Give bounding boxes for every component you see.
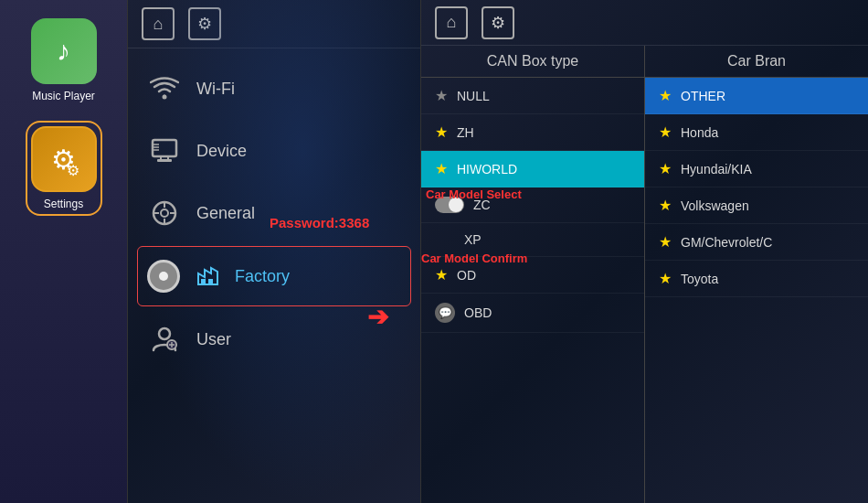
hiworld-label: HIWORLD [457,162,517,177]
obd-chat-icon: 💬 [435,303,455,323]
svg-point-16 [159,328,170,339]
factory-arrow-right: ➔ [367,302,388,332]
settings-gear-icon[interactable]: ⚙ [188,7,221,40]
can-box-item-zh[interactable]: ★ ZH [421,114,644,151]
car-brand-item-toyota[interactable]: ★ Toyota [645,261,868,297]
settings-icon[interactable]: ⚙ ⚙ Settings [26,121,102,216]
null-star: ★ [435,87,448,104]
zh-label: ZH [457,125,474,140]
car-brand-item-gm[interactable]: ★ GM/Chevrolet/C [645,224,868,261]
obd-label: OBD [464,305,492,320]
svg-rect-14 [201,279,206,284]
can-box-section: CAN Box type ★ NULL ★ ZH ★ HIWORLD ZC [421,46,645,503]
general-icon [146,195,183,231]
wifi-icon [146,70,183,107]
car-model-top-bar: ⌂ ⚙ [421,0,868,46]
toyota-star: ★ [659,270,672,287]
od-label: OD [457,268,476,283]
volkswagen-star: ★ [659,197,672,214]
hiworld-star: ★ [435,160,448,177]
svg-rect-1 [153,140,176,156]
can-box-item-null[interactable]: ★ NULL [421,78,644,114]
music-player-icon-box: ♪ [31,18,97,84]
volkswagen-label: Volkswagen [681,198,749,213]
user-icon [146,321,183,358]
car-model-gear-icon[interactable]: ⚙ [482,6,514,39]
null-label: NULL [457,89,490,103]
other-star: ★ [659,87,672,104]
device-icon [146,133,183,169]
svg-point-9 [161,209,168,217]
gm-label: GM/Chevrolet/C [681,235,772,250]
other-label: OTHER [681,89,725,103]
car-brand-header: Car Bran [645,46,868,78]
menu-item-general[interactable]: General [128,182,420,244]
can-box-item-obd[interactable]: 💬 OBD [421,294,644,333]
user-label: User [196,330,231,349]
settings-label: Settings [44,198,83,210]
car-brand-item-other[interactable]: ★ OTHER [645,78,868,114]
car-brand-item-volkswagen[interactable]: ★ Volkswagen [645,187,868,224]
settings-icon-box: ⚙ ⚙ [31,126,97,192]
home-icon[interactable]: ⌂ [142,7,175,40]
general-label: General [196,204,255,223]
music-player-label: Music Player [32,90,95,102]
od-star: ★ [435,266,448,284]
password-label: Password:3368 [270,215,369,230]
can-box-header: CAN Box type [421,46,644,78]
toyota-label: Toyota [681,272,718,286]
sidebar: ♪ Music Player ⚙ ⚙ Settings [0,0,128,503]
honda-label: Honda [681,125,718,140]
settings-panel: ⌂ ⚙ Wi-Fi [128,0,420,503]
car-model-content: CAN Box type ★ NULL ★ ZH ★ HIWORLD ZC [421,46,868,503]
car-model-confirm-label: Car Model Confirm [421,252,527,265]
device-label: Device [196,142,247,161]
zh-star: ★ [435,123,448,141]
car-model-home-icon[interactable]: ⌂ [435,6,468,39]
wifi-label: Wi-Fi [196,80,235,99]
svg-rect-2 [157,159,172,162]
factory-label: Factory [235,267,290,286]
svg-point-0 [163,95,167,100]
honda-star: ★ [659,123,672,141]
can-box-item-hiworld[interactable]: ★ HIWORLD [421,151,644,187]
xp-label: XP [464,232,482,247]
car-model-panel: ⌂ ⚙ CAN Box type ★ NULL ★ ZH ★ HIWORLD [420,0,868,503]
gm-star: ★ [659,233,672,251]
svg-rect-15 [208,279,213,284]
factory-toggle [147,260,180,293]
car-brand-section: Car Bran ★ OTHER ★ Honda ★ Hyundai/KIA ★… [645,46,868,503]
menu-item-wifi[interactable]: Wi-Fi [128,58,420,120]
menu-item-device[interactable]: Device [128,120,420,182]
hyundai-label: Hyundai/KIA [681,162,752,177]
factory-icon [189,258,226,294]
car-model-select-label: Car Model Select [426,187,522,201]
settings-top-bar: ⌂ ⚙ [128,0,420,48]
car-brand-item-honda[interactable]: ★ Honda [645,114,868,151]
menu-item-factory[interactable]: Factory [137,246,411,306]
car-brand-item-hyundai[interactable]: ★ Hyundai/KIA [645,151,868,187]
hyundai-star: ★ [659,160,672,177]
music-player-icon[interactable]: ♪ Music Player [31,18,97,102]
